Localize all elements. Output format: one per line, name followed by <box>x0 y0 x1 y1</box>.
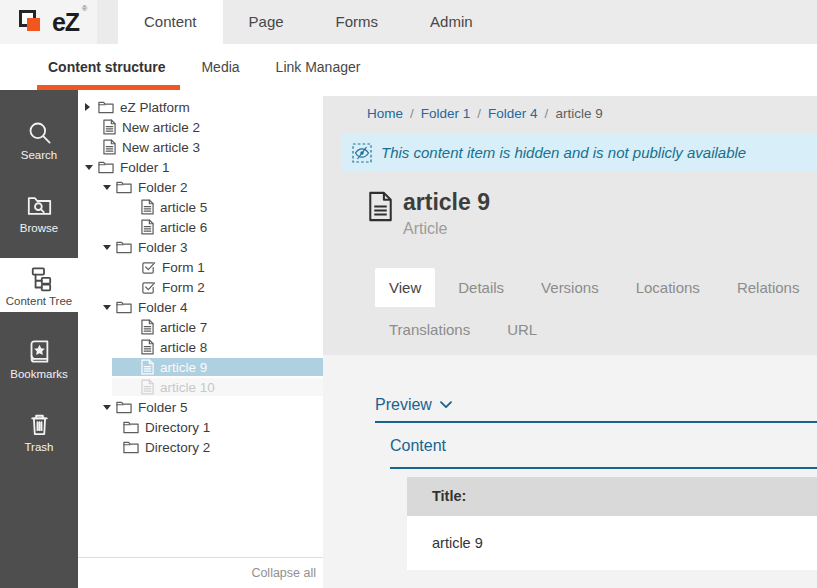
sidebar-item-bookmarks[interactable]: Bookmarks <box>0 331 78 385</box>
sidebar-item-content-tree[interactable]: Content Tree <box>0 258 78 312</box>
subnav-link-manager[interactable]: Link Manager <box>276 44 361 90</box>
article-type-icon <box>368 191 393 222</box>
tree-item-folder-1[interactable]: Folder 1 <box>78 157 323 177</box>
tree-item-form-2[interactable]: Form 2 <box>78 277 323 297</box>
tree-item-ez-platform[interactable]: eZ Platform <box>78 97 323 117</box>
expand-arrow-icon[interactable] <box>85 103 94 111</box>
form-icon <box>141 260 156 275</box>
sidebar-item-browse[interactable]: Browse <box>0 185 78 239</box>
nav-tab-content[interactable]: Content <box>118 0 223 44</box>
breadcrumb-separator: / <box>545 106 549 121</box>
tree-item-folder-2[interactable]: Folder 2 <box>78 177 323 197</box>
tree-item-new-article-3[interactable]: New article 3 <box>78 137 323 157</box>
chevron-down-icon <box>440 401 452 409</box>
sidebar-label: Browse <box>20 222 58 234</box>
content-tree-icon <box>24 263 54 293</box>
collapse-arrow-icon[interactable] <box>85 165 94 170</box>
left-sidebar: Search Browse Content Tree Bookmarks Tra… <box>0 90 78 588</box>
folder-icon <box>116 240 132 254</box>
ez-logo[interactable]: eZ® <box>0 0 97 44</box>
sidebar-item-trash[interactable]: Trash <box>0 404 78 458</box>
folder-icon <box>98 160 114 174</box>
tab-relations[interactable]: Relations <box>723 268 814 307</box>
breadcrumb-current: article 9 <box>555 106 602 121</box>
tree-item-new-article-2[interactable]: New article 2 <box>78 117 323 137</box>
tab-translations[interactable]: Translations <box>375 310 484 349</box>
article-icon <box>141 359 154 375</box>
sidebar-label: Bookmarks <box>10 368 68 380</box>
tree-item-folder-5[interactable]: Folder 5 <box>78 397 323 417</box>
tab-url[interactable]: URL <box>493 310 551 349</box>
folder-icon <box>116 400 132 414</box>
tree-item-article-10[interactable]: article 10 <box>78 377 323 397</box>
nav-tab-admin[interactable]: Admin <box>404 0 499 44</box>
breadcrumb: Home/Folder 1/Folder 4/article 9 <box>323 96 817 121</box>
field-value-title: article 9 <box>407 516 817 570</box>
breadcrumb-folder-4-link[interactable]: Folder 4 <box>488 106 538 121</box>
ez-logo-text: eZ® <box>52 8 79 37</box>
notice-text: This content item is hidden and is not p… <box>381 144 746 161</box>
article-icon <box>141 379 154 395</box>
content-section-header: Content <box>390 437 817 469</box>
folder-icon <box>123 440 139 454</box>
content-type-label: Article <box>403 220 490 238</box>
fields-table: Title: article 9 <box>407 477 817 570</box>
sidebar-label: Trash <box>25 441 54 453</box>
sidebar-label: Content Tree <box>6 295 72 307</box>
secondary-nav: Content structure Media Link Manager <box>0 44 817 90</box>
tab-locations[interactable]: Locations <box>622 268 714 307</box>
page-title: article 9 <box>403 189 490 216</box>
nav-tab-forms[interactable]: Forms <box>310 0 405 44</box>
breadcrumb-folder-1-link[interactable]: Folder 1 <box>421 106 471 121</box>
collapse-arrow-icon[interactable] <box>103 245 112 250</box>
browse-icon <box>24 190 54 220</box>
collapse-arrow-icon[interactable] <box>103 185 112 190</box>
preview-section-toggle[interactable]: Preview <box>375 396 817 423</box>
main-content: Home/Folder 1/Folder 4/article 9 This co… <box>323 90 817 588</box>
article-icon <box>141 199 154 215</box>
tab-versions[interactable]: Versions <box>527 268 613 307</box>
article-icon <box>141 339 154 355</box>
bookmarks-icon <box>24 336 54 366</box>
folder-icon <box>123 420 139 434</box>
tree-item-folder-4[interactable]: Folder 4 <box>78 297 323 317</box>
folder-icon <box>116 300 132 314</box>
tree-item-folder-3[interactable]: Folder 3 <box>78 237 323 257</box>
content-title-block: article 9 Article <box>368 189 817 238</box>
subnav-content-structure[interactable]: Content structure <box>48 44 165 90</box>
registered-mark: ® <box>82 5 86 12</box>
tree-item-article-7[interactable]: article 7 <box>78 317 323 337</box>
collapse-arrow-icon[interactable] <box>103 405 112 410</box>
top-header: eZ® Content Page Forms Admin <box>0 0 817 44</box>
collapse-all-button[interactable]: Collapse all <box>78 557 323 588</box>
tree-item-form-1[interactable]: Form 1 <box>78 257 323 277</box>
tree-item-article-9[interactable]: article 9 <box>78 357 323 377</box>
collapse-arrow-icon[interactable] <box>103 305 112 310</box>
breadcrumb-home-link[interactable]: Home <box>367 106 403 121</box>
article-icon <box>103 119 116 135</box>
subnav-media[interactable]: Media <box>201 44 239 90</box>
hidden-content-notice: This content item is hidden and is not p… <box>342 134 817 171</box>
hidden-eye-icon <box>352 143 372 163</box>
article-icon <box>141 219 154 235</box>
folder-icon <box>116 180 132 194</box>
tree-item-article-5[interactable]: article 5 <box>78 197 323 217</box>
ez-logo-icon <box>18 8 47 37</box>
tab-details[interactable]: Details <box>444 268 518 307</box>
form-icon <box>141 280 156 295</box>
main-nav: Content Page Forms Admin <box>118 0 499 44</box>
tree-item-directory-2[interactable]: Directory 2 <box>78 437 323 457</box>
sidebar-item-search[interactable]: Search <box>0 112 78 166</box>
trash-icon <box>24 409 54 439</box>
article-icon <box>103 139 116 155</box>
folder-icon <box>98 100 114 114</box>
tab-view[interactable]: View <box>375 268 435 307</box>
nav-tab-page[interactable]: Page <box>223 0 310 44</box>
search-icon <box>24 117 54 147</box>
content-tree-panel: eZ Platform New article 2 New article 3 … <box>78 90 323 588</box>
tree-item-article-6[interactable]: article 6 <box>78 217 323 237</box>
breadcrumb-separator: / <box>477 106 481 121</box>
tree-item-directory-1[interactable]: Directory 1 <box>78 417 323 437</box>
sidebar-label: Search <box>21 149 57 161</box>
tree-item-article-8[interactable]: article 8 <box>78 337 323 357</box>
